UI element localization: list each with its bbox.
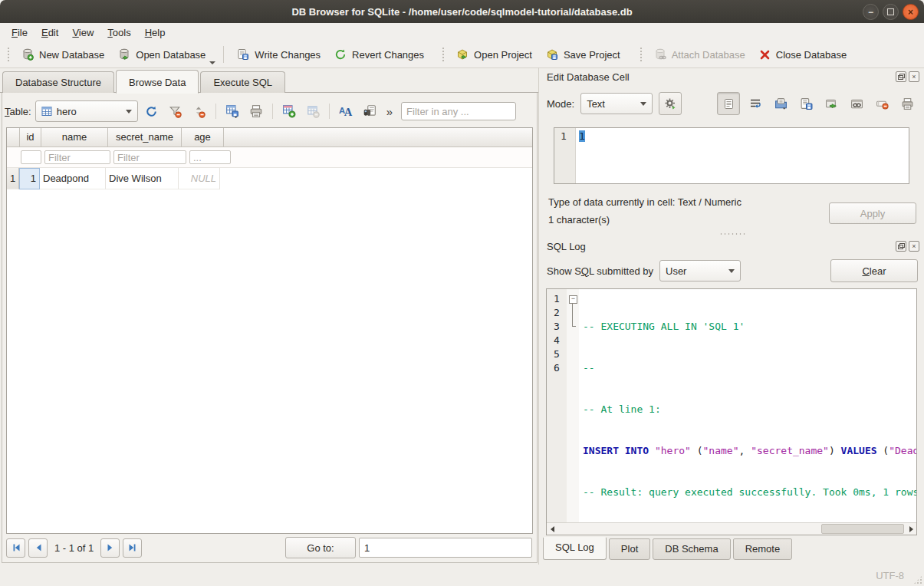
copy-link-button[interactable]	[847, 94, 866, 114]
print-table-button[interactable]	[246, 101, 266, 121]
float-dock-icon[interactable]	[896, 241, 906, 252]
scroll-right-arrow[interactable]	[906, 524, 916, 535]
filter-input-id[interactable]	[21, 150, 41, 164]
toolbar-separator	[215, 104, 216, 119]
toolbar-drag-handle[interactable]	[442, 47, 446, 62]
open-database-button[interactable]: Open Database	[111, 44, 212, 64]
float-dock-icon[interactable]	[896, 71, 906, 82]
menu-edit[interactable]: Edit	[35, 25, 65, 41]
mode-select-caret	[640, 102, 646, 106]
toolbar-drag-handle[interactable]	[7, 47, 11, 62]
column-header-age[interactable]: age	[182, 128, 224, 146]
sql-log-fold-margin[interactable]	[567, 289, 579, 522]
print-cell-button[interactable]	[897, 94, 917, 114]
scroll-left-arrow[interactable]	[547, 524, 557, 535]
delete-record-button[interactable]	[303, 101, 323, 121]
new-database-button[interactable]: New Database	[15, 44, 111, 64]
table-select[interactable]: hero	[35, 100, 138, 122]
panel-splitter[interactable]	[538, 67, 539, 565]
cell-editor[interactable]: 1 1	[554, 127, 909, 184]
edit-cell-mode-row: Mode: Text	[547, 92, 918, 115]
close-dock-icon[interactable]: ×	[909, 241, 919, 252]
open-external-button[interactable]	[821, 94, 841, 114]
sql-source-select[interactable]: User	[659, 260, 741, 281]
last-page-button[interactable]	[123, 538, 142, 558]
dock-tab-plot[interactable]: Plot	[609, 538, 650, 560]
column-header-name[interactable]: name	[41, 128, 108, 146]
auto-switch-mode-button[interactable]	[659, 92, 682, 115]
cell-editor-content[interactable]: 1	[579, 130, 585, 142]
open-project-button[interactable]: Open Project	[449, 44, 539, 64]
menu-file[interactable]: File	[5, 25, 35, 41]
import-data-button[interactable]	[771, 94, 791, 114]
write-changes-button[interactable]: Write Changes	[230, 44, 327, 64]
dock-tab-remote[interactable]: Remote	[733, 538, 793, 560]
open-database-dropdown-caret[interactable]	[209, 61, 215, 64]
toolbar-drag-handle[interactable]	[640, 47, 643, 62]
filter-any-column-input[interactable]	[401, 102, 516, 120]
set-null-icon	[876, 97, 889, 110]
fold-collapse-icon[interactable]	[569, 295, 577, 304]
edit-display-format-button[interactable]: AA	[336, 101, 356, 121]
refresh-button[interactable]	[142, 101, 162, 121]
tab-database-structure[interactable]: Database Structure	[2, 71, 114, 93]
maximize-button[interactable]	[883, 4, 899, 20]
cell-name[interactable]: Deadpond	[40, 168, 106, 189]
word-wrap-button[interactable]	[745, 94, 765, 114]
find-in-table-button[interactable]	[360, 101, 380, 121]
filter-input-name[interactable]	[44, 150, 110, 164]
menu-view[interactable]: View	[65, 25, 100, 41]
dock-tab-db-schema[interactable]: DB Schema	[653, 538, 730, 560]
attach-database-button[interactable]: Attach Database	[647, 44, 752, 64]
close-button[interactable]: ×	[903, 4, 919, 20]
cell-id[interactable]: 1	[19, 168, 40, 189]
menu-help[interactable]: Help	[138, 25, 173, 41]
maximize-icon	[887, 8, 894, 15]
dock-splitter-handle[interactable]	[541, 232, 924, 236]
clear-sorting-button[interactable]	[189, 101, 209, 121]
export-table-button[interactable]	[222, 101, 242, 121]
insert-record-button[interactable]	[279, 101, 299, 121]
previous-page-button[interactable]	[28, 538, 48, 558]
close-dock-icon[interactable]: ×	[909, 71, 919, 82]
encoding-indicator[interactable]: UTF-8	[876, 570, 904, 581]
revert-changes-label: Revert Changes	[352, 49, 424, 61]
tab-browse-data[interactable]: Browse Data	[116, 70, 199, 94]
close-database-button[interactable]: Close Database	[752, 45, 854, 64]
column-header-secret-name[interactable]: secret_name	[108, 128, 182, 146]
clear-filter-icon	[169, 105, 182, 118]
export-data-button[interactable]	[796, 94, 816, 114]
goto-button[interactable]: Go to:	[285, 537, 356, 558]
clear-log-button[interactable]: Clear	[830, 259, 918, 282]
next-page-button[interactable]	[100, 538, 120, 558]
menu-tools[interactable]: Tools	[100, 25, 137, 41]
sql-log-horizontal-scrollbar[interactable]	[547, 522, 916, 535]
table-row: 1 1 Deadpond Dive Wilson NULL	[7, 168, 532, 189]
cell-secret-name[interactable]: Dive Wilson	[106, 168, 179, 189]
apply-button[interactable]: Apply	[829, 202, 916, 224]
text-mode-button[interactable]	[717, 92, 740, 115]
scrollbar-thumb[interactable]	[821, 524, 904, 534]
sql-log-text[interactable]: -- EXECUTING ALL IN 'SQL 1' -- -- At lin…	[579, 289, 916, 522]
save-project-button[interactable]: Save Project	[539, 44, 627, 64]
revert-changes-button[interactable]: Revert Changes	[327, 44, 431, 64]
tab-execute-sql[interactable]: Execute SQL	[200, 71, 285, 93]
column-header-id[interactable]: id	[20, 128, 41, 146]
clear-filters-button[interactable]	[166, 101, 186, 121]
row-header[interactable]: 1	[7, 168, 19, 189]
goto-record-input[interactable]	[359, 538, 532, 558]
dock-tab-sql-log[interactable]: SQL Log	[543, 537, 607, 560]
mode-select[interactable]: Text	[580, 93, 653, 114]
mode-label: Mode:	[547, 98, 574, 110]
first-page-button[interactable]	[6, 538, 25, 558]
resize-grip[interactable]	[913, 575, 922, 584]
toolbar-overflow-chevron[interactable]: »	[386, 105, 393, 118]
corner-header[interactable]	[7, 128, 20, 146]
show-sql-label: Show SQL submitted by	[547, 265, 653, 277]
set-null-button[interactable]	[872, 94, 892, 114]
window-controls: − ×	[863, 4, 919, 20]
filter-input-secret-name[interactable]	[113, 150, 186, 164]
minimize-button[interactable]: −	[863, 4, 879, 20]
filter-input-age[interactable]	[189, 150, 231, 164]
cell-age[interactable]: NULL	[179, 168, 220, 189]
